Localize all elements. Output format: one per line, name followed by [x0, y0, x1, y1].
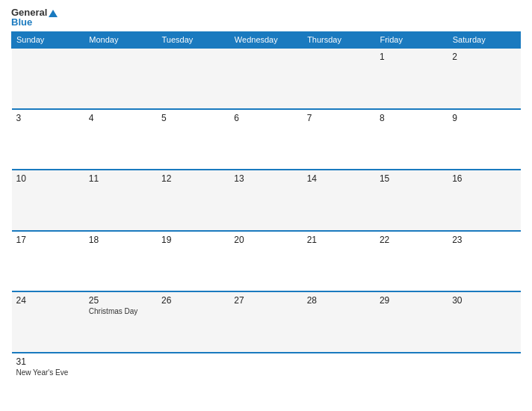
- day-header-friday: Friday: [375, 32, 448, 49]
- day-number: 6: [234, 113, 297, 123]
- calendar-table: SundayMondayTuesdayWednesdayThursdayFrid…: [11, 31, 521, 404]
- calendar-cell: 28: [303, 291, 375, 353]
- calendar-cell: 3: [12, 109, 84, 170]
- calendar-cell: 11: [84, 170, 157, 231]
- calendar-cell: 10: [12, 170, 84, 231]
- calendar-cell: 13: [229, 170, 302, 231]
- day-number: 24: [16, 295, 80, 306]
- calendar-cell: [303, 48, 375, 109]
- day-number: 13: [234, 173, 297, 184]
- day-number: 29: [380, 295, 443, 306]
- calendar-cell: 14: [303, 170, 375, 231]
- day-number: 18: [89, 235, 152, 245]
- calendar-cell: [375, 353, 448, 404]
- calendar-week-5: 31New Year's Eve: [12, 353, 521, 404]
- day-number: 19: [161, 235, 225, 245]
- day-number: 5: [161, 113, 225, 123]
- calendar-cell: 12: [157, 170, 229, 231]
- day-header-wednesday: Wednesday: [229, 32, 302, 49]
- calendar-header: General Blue: [11, 7, 521, 27]
- calendar-cell: 20: [229, 231, 302, 292]
- calendar-cell: 9: [448, 109, 520, 170]
- day-header-thursday: Thursday: [303, 32, 375, 49]
- calendar-cell: 15: [375, 170, 448, 231]
- day-header-monday: Monday: [84, 32, 157, 49]
- calendar-cell: 27: [229, 291, 302, 353]
- day-number: 11: [89, 173, 152, 184]
- calendar-cell: [12, 48, 84, 109]
- day-number: 22: [380, 235, 443, 245]
- day-number: 15: [380, 173, 443, 184]
- calendar-week-3: 17181920212223: [12, 231, 521, 292]
- logo: General Blue: [11, 7, 58, 27]
- calendar-cell: [448, 353, 520, 404]
- calendar-week-0: 12: [12, 48, 521, 109]
- calendar-cell: 17: [12, 231, 84, 292]
- calendar-body: 1234567891011121314151617181920212223242…: [12, 48, 521, 404]
- calendar-cell: 19: [157, 231, 229, 292]
- day-number: 17: [16, 235, 80, 245]
- calendar-cell: 30: [448, 291, 520, 353]
- day-number: 26: [161, 295, 225, 306]
- calendar-header-row: SundayMondayTuesdayWednesdayThursdayFrid…: [12, 32, 521, 49]
- holiday-label: New Year's Eve: [16, 368, 80, 377]
- calendar-cell: [303, 353, 375, 404]
- calendar-cell: [84, 353, 157, 404]
- calendar-cell: 16: [448, 170, 520, 231]
- calendar-cell: 29: [375, 291, 448, 353]
- day-number: 3: [16, 113, 80, 123]
- calendar-week-2: 10111213141516: [12, 170, 521, 231]
- logo-blue: Blue: [11, 17, 58, 27]
- calendar-cell: 5: [157, 109, 229, 170]
- day-number: 1: [380, 52, 443, 62]
- day-header-tuesday: Tuesday: [157, 32, 229, 49]
- day-number: 2: [452, 52, 516, 62]
- day-number: 8: [380, 113, 443, 123]
- holiday-label: Christmas Day: [89, 307, 152, 315]
- day-number: 27: [234, 295, 297, 306]
- day-number: 4: [89, 113, 152, 123]
- calendar-cell: [229, 353, 302, 404]
- day-number: 14: [307, 173, 371, 184]
- day-number: 28: [307, 295, 371, 306]
- day-number: 31: [16, 356, 80, 367]
- calendar-cell: 18: [84, 231, 157, 292]
- calendar-cell: 31New Year's Eve: [12, 353, 84, 404]
- calendar-cell: 21: [303, 231, 375, 292]
- calendar-cell: 26: [157, 291, 229, 353]
- calendar-cell: 4: [84, 109, 157, 170]
- calendar-cell: [229, 48, 302, 109]
- calendar-week-4: 2425Christmas Day2627282930: [12, 291, 521, 353]
- calendar-cell: 22: [375, 231, 448, 292]
- calendar-cell: 23: [448, 231, 520, 292]
- day-header-saturday: Saturday: [448, 32, 520, 49]
- day-header-sunday: Sunday: [12, 32, 84, 49]
- calendar-cell: [157, 48, 229, 109]
- calendar-cell: 6: [229, 109, 302, 170]
- calendar-cell: [157, 353, 229, 404]
- day-number: 9: [452, 113, 516, 123]
- day-number: 20: [234, 235, 297, 245]
- day-number: 23: [452, 235, 516, 245]
- day-number: 21: [307, 235, 371, 245]
- logo-triangle: [49, 10, 58, 17]
- calendar-cell: 24: [12, 291, 84, 353]
- calendar-cell: [84, 48, 157, 109]
- day-number: 12: [161, 173, 225, 184]
- day-number: 25: [89, 295, 152, 306]
- calendar-cell: 25Christmas Day: [84, 291, 157, 353]
- calendar-week-1: 3456789: [12, 109, 521, 170]
- day-number: 7: [307, 113, 371, 123]
- calendar-cell: 8: [375, 109, 448, 170]
- day-number: 16: [452, 173, 516, 184]
- calendar-cell: 7: [303, 109, 375, 170]
- calendar-cell: 1: [375, 48, 448, 109]
- day-number: 10: [16, 173, 80, 184]
- calendar-cell: 2: [448, 48, 520, 109]
- day-number: 30: [452, 295, 516, 306]
